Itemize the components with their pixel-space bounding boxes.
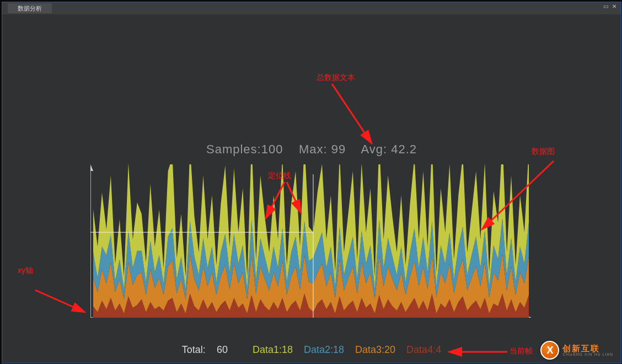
logo: X 创新互联 CHUANG XIN HU LIAN	[540, 341, 613, 360]
annotation-summary: 总数据文本	[317, 73, 355, 83]
max-value: 99	[331, 142, 346, 156]
tab-bar: 数据分析 ▭ ✕	[2, 2, 621, 14]
y-axis-arrow-icon	[90, 164, 93, 171]
avg-label: Avg:	[361, 142, 387, 156]
logo-icon: X	[540, 341, 559, 360]
area-chart[interactable]: 6051	[90, 164, 532, 318]
legend-item: Data4:4	[406, 344, 441, 355]
window-controls[interactable]: ▭ ✕	[603, 3, 618, 9]
svg-line-7	[35, 290, 85, 312]
annotation-xy: xy轴	[18, 266, 33, 276]
legend-item: Data1:18	[253, 344, 293, 355]
content-pane: Samples:100 Max: 99 Avg: 42.2 6051 Total…	[2, 14, 621, 363]
tab-data-analysis[interactable]: 数据分析	[8, 3, 52, 13]
legend-item: Data3:20	[355, 344, 395, 355]
logo-text-en: CHUANG XIN HU LIAN	[562, 352, 613, 356]
samples-label: Samples:	[206, 142, 261, 156]
app-window: 数据分析 ▭ ✕ Samples:100 Max: 99 Avg: 42.2 6…	[2, 2, 621, 363]
annotation-current-frame: 当前帧	[510, 346, 533, 356]
svg-line-4	[332, 84, 372, 143]
annotation-crosshair: 定位线	[268, 171, 291, 181]
summary-stats: Samples:100 Max: 99 Avg: 42.2	[2, 142, 621, 157]
chart-series-group	[93, 164, 529, 318]
samples-value: 100	[261, 142, 283, 156]
annotation-data-chart: 数据图	[532, 147, 555, 157]
logo-text-cn: 创新互联	[562, 344, 613, 352]
max-label: Max:	[299, 142, 328, 156]
legend-item: Data2:18	[304, 344, 344, 355]
legend-total: Total:60	[176, 344, 233, 355]
avg-value: 42.2	[391, 142, 417, 156]
